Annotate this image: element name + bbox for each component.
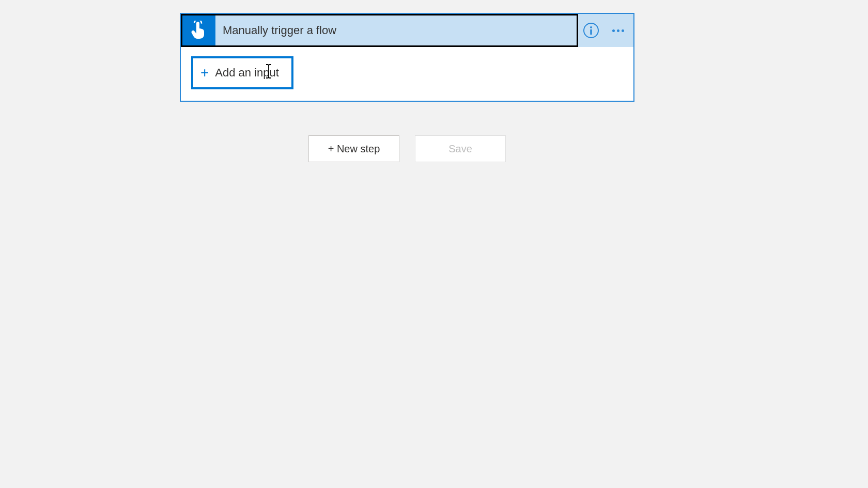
save-button: Save (415, 135, 506, 162)
card-body: + Add an input (181, 47, 633, 101)
card-actions (578, 14, 633, 47)
card-header: Manually trigger a flow (181, 14, 633, 47)
trigger-card: Manually trigger a flow + Add an input (180, 13, 634, 102)
bottom-actions: + New step Save (180, 135, 634, 162)
add-input-button[interactable]: + Add an input (191, 56, 293, 89)
trigger-title: Manually trigger a flow (215, 24, 336, 37)
svg-point-1 (590, 26, 592, 28)
plus-icon: + (200, 66, 209, 80)
svg-rect-2 (590, 29, 592, 35)
card-title-area[interactable]: Manually trigger a flow (181, 14, 578, 47)
new-step-button[interactable]: + New step (308, 135, 399, 162)
add-input-label: Add an input (215, 66, 279, 80)
info-icon[interactable] (583, 23, 599, 38)
more-icon[interactable] (608, 25, 628, 36)
manual-trigger-icon (182, 15, 215, 45)
